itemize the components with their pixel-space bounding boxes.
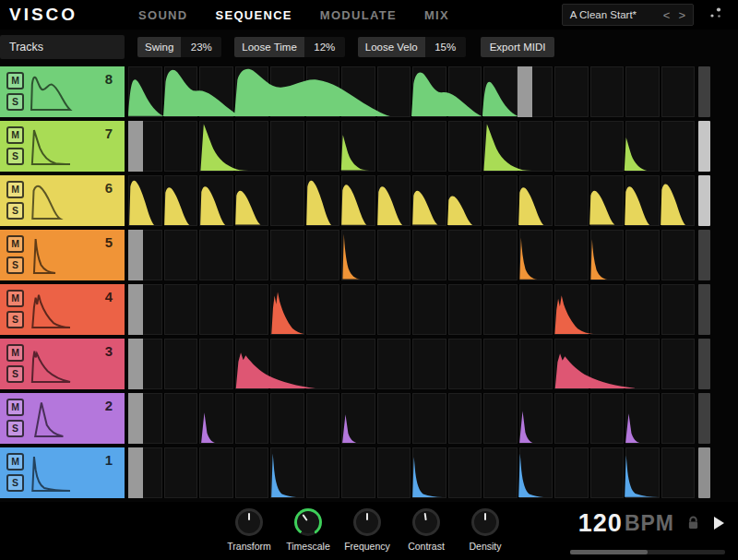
- note-envelope[interactable]: [482, 76, 518, 116]
- step-cell[interactable]: [448, 393, 482, 444]
- note-envelope[interactable]: [234, 188, 269, 225]
- note-envelope[interactable]: [589, 238, 621, 280]
- track-panel[interactable]: MS1: [0, 447, 125, 498]
- step-cell[interactable]: [448, 447, 482, 498]
- solo-button[interactable]: S: [6, 256, 24, 274]
- note-envelope[interactable]: [340, 232, 373, 280]
- step-cell[interactable]: [270, 230, 304, 280]
- step-cell[interactable]: [661, 447, 696, 498]
- note-envelope[interactable]: [376, 184, 411, 225]
- step-cell[interactable]: [235, 284, 269, 335]
- knob-frequency[interactable]: Frequency: [338, 508, 397, 552]
- step-cell[interactable]: [448, 121, 482, 172]
- step-cell[interactable]: [554, 121, 589, 172]
- tab-sound[interactable]: SOUND: [138, 8, 187, 22]
- note-envelope[interactable]: [554, 349, 635, 388]
- track-panel[interactable]: MS2: [0, 393, 125, 444]
- row-scrollbar[interactable]: [698, 447, 710, 498]
- step-cell[interactable]: [625, 230, 660, 280]
- param-value[interactable]: 15%: [425, 37, 466, 57]
- row-scrollbar[interactable]: [698, 284, 710, 335]
- note-envelope[interactable]: [589, 188, 624, 225]
- step-cell[interactable]: [483, 175, 518, 226]
- step-cell[interactable]: [235, 447, 269, 498]
- step-cell[interactable]: [661, 230, 696, 280]
- mute-button[interactable]: M: [6, 181, 24, 198]
- play-button[interactable]: [712, 516, 725, 531]
- step-cell[interactable]: [554, 230, 589, 280]
- step-cell[interactable]: [341, 447, 375, 498]
- step-cell[interactable]: [483, 284, 518, 335]
- step-cell[interactable]: [377, 447, 411, 498]
- tempo-value[interactable]: 120: [578, 509, 623, 538]
- step-cell[interactable]: [270, 121, 304, 172]
- note-envelope[interactable]: [234, 348, 315, 388]
- preset-next-button[interactable]: >: [678, 9, 685, 21]
- step-cell[interactable]: [199, 339, 233, 389]
- track-panel[interactable]: MS8: [0, 66, 125, 117]
- note-envelope[interactable]: [270, 452, 305, 498]
- step-cell[interactable]: [377, 339, 411, 389]
- step-cell[interactable]: [199, 230, 233, 280]
- step-cell[interactable]: [625, 284, 660, 335]
- note-envelope[interactable]: [128, 177, 163, 225]
- export-midi-button[interactable]: Export MIDI: [481, 37, 555, 57]
- step-cell[interactable]: [412, 121, 446, 172]
- solo-button[interactable]: S: [6, 420, 24, 437]
- step-cell[interactable]: [377, 284, 411, 335]
- step-cell[interactable]: [199, 284, 233, 335]
- step-cell[interactable]: [448, 230, 482, 280]
- horizontal-scrollbar[interactable]: [570, 550, 725, 554]
- note-envelope[interactable]: [234, 66, 390, 116]
- step-cell[interactable]: [554, 66, 589, 117]
- note-envelope[interactable]: [199, 184, 234, 225]
- step-cell[interactable]: [377, 230, 411, 280]
- step-cell[interactable]: [554, 175, 589, 226]
- note-envelope[interactable]: [128, 73, 163, 116]
- row-scrollbar[interactable]: [698, 121, 710, 172]
- preset-selector[interactable]: A Clean Start* < >: [562, 4, 694, 26]
- step-cell[interactable]: [164, 339, 198, 389]
- row-scrollbar[interactable]: [698, 393, 710, 444]
- step-cell[interactable]: [590, 393, 625, 444]
- note-envelope[interactable]: [199, 411, 219, 443]
- step-cell[interactable]: [270, 393, 304, 444]
- track-panel[interactable]: MS7: [0, 121, 125, 172]
- knob-density[interactable]: Density: [456, 508, 515, 552]
- knob-contrast[interactable]: Contrast: [397, 508, 456, 552]
- note-envelope[interactable]: [518, 410, 537, 443]
- tab-modulate[interactable]: MODULATE: [320, 8, 397, 22]
- step-cell[interactable]: [483, 447, 518, 498]
- step-cell[interactable]: [661, 121, 696, 172]
- row-scrollbar[interactable]: [698, 339, 710, 389]
- step-cell[interactable]: [412, 393, 446, 444]
- mute-button[interactable]: M: [6, 126, 24, 144]
- mute-button[interactable]: M: [6, 344, 24, 362]
- step-cell[interactable]: [306, 284, 340, 335]
- note-envelope[interactable]: [518, 236, 550, 280]
- mute-button[interactable]: M: [6, 399, 24, 416]
- knob-timescale[interactable]: Timescale: [279, 508, 338, 552]
- solo-button[interactable]: S: [6, 148, 24, 165]
- step-cell[interactable]: [412, 339, 446, 389]
- preset-prev-button[interactable]: <: [663, 9, 671, 21]
- note-envelope[interactable]: [518, 185, 553, 225]
- horizontal-scrollbar-thumb[interactable]: [570, 550, 648, 554]
- step-cell[interactable]: [199, 447, 233, 498]
- note-envelope[interactable]: [624, 412, 643, 443]
- step-cell[interactable]: [164, 284, 198, 335]
- track-panel[interactable]: MS3: [0, 339, 125, 389]
- step-cell[interactable]: [164, 121, 198, 172]
- step-cell[interactable]: [554, 447, 589, 498]
- step-cell[interactable]: [590, 447, 625, 498]
- step-cell[interactable]: [270, 175, 304, 226]
- mute-button[interactable]: M: [6, 453, 24, 471]
- note-envelope[interactable]: [340, 134, 375, 171]
- param-value[interactable]: 12%: [304, 37, 345, 57]
- track-panel[interactable]: MS6: [0, 175, 125, 226]
- step-cell[interactable]: [164, 447, 198, 498]
- note-envelope[interactable]: [163, 185, 198, 225]
- note-envelope[interactable]: [411, 456, 446, 497]
- note-envelope[interactable]: [411, 188, 446, 225]
- step-cell[interactable]: [483, 393, 518, 444]
